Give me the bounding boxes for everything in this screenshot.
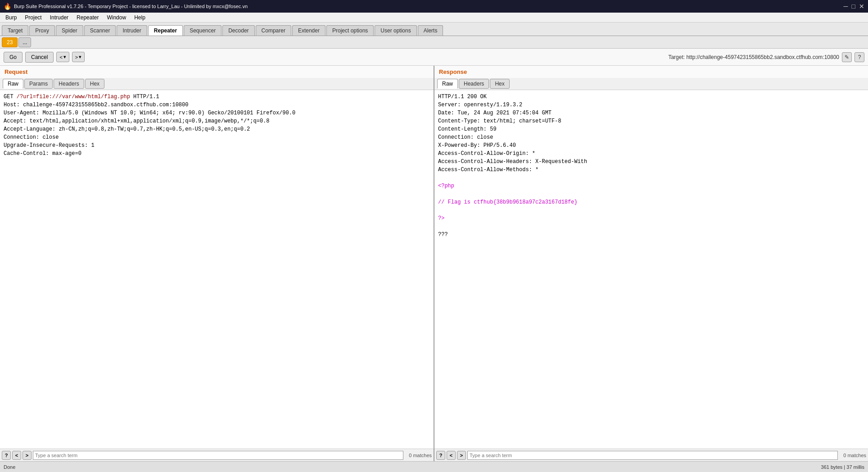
repeater-tab-more[interactable]: ... <box>18 37 31 47</box>
request-panel: Request Raw Params Headers Hex GET /?url… <box>0 66 434 461</box>
repeater-tab-bar: 23 ... <box>0 36 868 49</box>
menu-project[interactable]: Project <box>21 14 45 22</box>
cancel-button[interactable]: Cancel <box>25 52 54 63</box>
window-controls[interactable]: ─ □ ✕ <box>844 3 864 10</box>
response-match-count: 0 matches <box>839 453 866 458</box>
request-tab-params[interactable]: Params <box>24 79 53 89</box>
php-flag-comment: // Flag is ctfhub{38b9b9618a97c2a3167d18… <box>438 199 578 205</box>
request-next-match-button[interactable]: > <box>23 451 32 460</box>
request-tab-hex[interactable]: Hex <box>85 79 104 89</box>
request-header: Request <box>0 66 434 78</box>
go-button[interactable]: Go <box>4 52 23 63</box>
prev-dropdown-icon[interactable]: ▾ <box>63 54 66 60</box>
status-bar: Done 361 bytes | 37 millis <box>0 461 868 472</box>
response-headers-text: HTTP/1.1 200 OK Server: openresty/1.19.3… <box>438 94 587 173</box>
request-search-input[interactable] <box>33 451 403 460</box>
maximize-button[interactable]: □ <box>852 3 855 10</box>
request-method: GET <box>4 94 17 100</box>
request-content[interactable]: GET /?url=file:///var/www/html/flag.php … <box>0 90 434 449</box>
response-prev-match-button[interactable]: < <box>447 451 456 460</box>
tab-user-options[interactable]: User options <box>375 25 416 36</box>
next-arrow-icon: > <box>75 54 78 60</box>
response-tab-headers[interactable]: Headers <box>459 79 489 89</box>
request-footer: ? < > 0 matches <box>0 449 434 461</box>
tab-target[interactable]: Target <box>2 25 28 36</box>
tab-sequencer[interactable]: Sequencer <box>184 25 222 36</box>
target-text: Target: http://challenge-4597423155865bb… <box>668 54 839 60</box>
menu-help[interactable]: Help <box>131 14 149 22</box>
tab-comparer[interactable]: Comparer <box>256 25 291 36</box>
response-tabs: Raw Headers Hex <box>434 78 868 90</box>
response-search-input[interactable] <box>467 451 838 460</box>
request-tab-headers[interactable]: Headers <box>54 79 84 89</box>
menu-window[interactable]: Window <box>103 14 130 22</box>
title-bar: 🔥 Burp Suite Professional v1.7.26 - Temp… <box>0 0 868 13</box>
request-protocol: HTTP/1.1 <box>130 94 159 100</box>
next-dropdown-icon[interactable]: ▾ <box>79 54 81 60</box>
response-footer: ? < > 0 matches <box>434 449 868 461</box>
tab-alerts[interactable]: Alerts <box>418 25 443 36</box>
response-header: Response <box>434 66 868 78</box>
menu-repeater[interactable]: Repeater <box>73 14 102 22</box>
menu-burp[interactable]: Burp <box>2 14 20 22</box>
php-open-tag: <?php <box>438 183 454 189</box>
status-right: 361 bytes | 37 millis <box>821 464 864 470</box>
response-tab-hex[interactable]: Hex <box>490 79 509 89</box>
request-match-count: 0 matches <box>405 453 432 458</box>
prev-arrow-icon: < <box>59 54 62 60</box>
tab-scanner[interactable]: Scanner <box>84 25 116 36</box>
response-extra: ??? <box>438 231 448 238</box>
response-help-button[interactable]: ? <box>436 451 445 460</box>
title-text: Burp Suite Professional v1.7.26 - Tempor… <box>14 4 248 9</box>
tab-intruder[interactable]: Intruder <box>117 25 147 36</box>
request-url: /?url=file:///var/www/html/flag.php <box>17 94 130 100</box>
response-next-match-button[interactable]: > <box>457 451 466 460</box>
menu-intruder[interactable]: Intruder <box>46 14 72 22</box>
repeater-tab-23[interactable]: 23 <box>2 37 18 47</box>
prev-nav-button[interactable]: < ▾ <box>56 52 69 62</box>
main-content: Request Raw Params Headers Hex GET /?url… <box>0 66 868 461</box>
menu-bar: Burp Project Intruder Repeater Window He… <box>0 13 868 23</box>
response-panel: Response Raw Headers Hex HTTP/1.1 200 OK… <box>434 66 868 461</box>
target-label: Target: http://challenge-4597423155865bb… <box>668 52 864 62</box>
minimize-button[interactable]: ─ <box>844 3 848 10</box>
request-tab-raw[interactable]: Raw <box>3 79 23 89</box>
toolbar: Go Cancel < ▾ > ▾ Target: http://challen… <box>0 49 868 66</box>
app-icon: 🔥 <box>4 3 11 10</box>
status-left: Done <box>4 464 15 470</box>
request-help-button[interactable]: ? <box>2 451 11 460</box>
tab-project-options[interactable]: Project options <box>326 25 374 36</box>
tab-decoder[interactable]: Decoder <box>222 25 254 36</box>
tab-proxy[interactable]: Proxy <box>29 25 55 36</box>
help-target-button[interactable]: ? <box>854 52 864 62</box>
main-tab-bar: Target Proxy Spider Scanner Intruder Rep… <box>0 23 868 36</box>
tab-repeater[interactable]: Repeater <box>148 25 183 36</box>
tab-spider[interactable]: Spider <box>56 25 83 36</box>
tab-extender[interactable]: Extender <box>292 25 326 36</box>
response-content[interactable]: HTTP/1.1 200 OK Server: openresty/1.19.3… <box>434 90 868 449</box>
response-tab-raw[interactable]: Raw <box>437 79 458 89</box>
request-prev-match-button[interactable]: < <box>12 451 21 460</box>
php-close-tag: ?> <box>438 215 444 222</box>
edit-target-button[interactable]: ✎ <box>842 52 852 62</box>
next-nav-button[interactable]: > ▾ <box>72 52 85 62</box>
close-button[interactable]: ✕ <box>859 3 864 10</box>
request-tabs: Raw Params Headers Hex <box>0 78 434 90</box>
